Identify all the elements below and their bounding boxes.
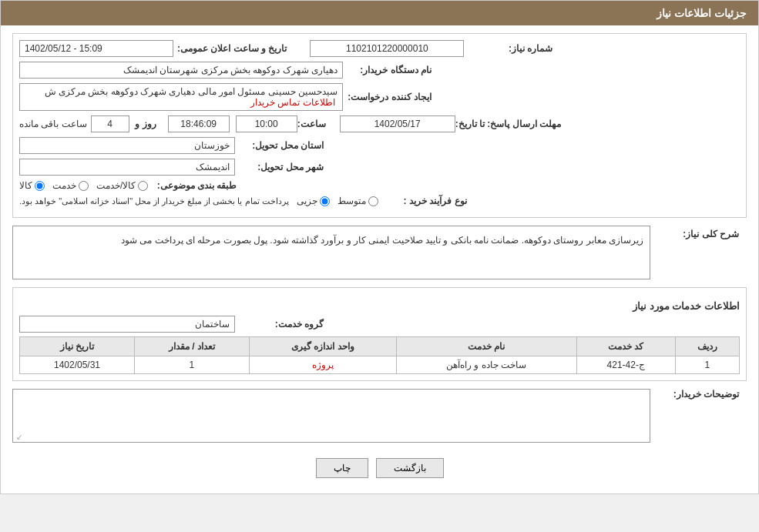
row-shomareNiaz: شماره نیاز: 1102101220000010 تاریخ و ساع…	[19, 40, 740, 57]
shomareNiaz-label: شماره نیاز:	[464, 43, 556, 54]
date1-value: 1402/05/17	[340, 115, 455, 132]
description-section: شرح کلی نیاز: زیرسازی معابر روستای دوکوه…	[12, 226, 747, 279]
radio-jozee-input[interactable]	[320, 196, 330, 206]
row-mohlatErsalPasokh: مهلت ارسال پاسخ: تا تاریخ: 1402/05/17 سا…	[19, 115, 740, 132]
taarikhoSaat-label: تاریخ و ساعت اعلان عمومی:	[177, 43, 287, 54]
row-ijadKonande: ایجاد کننده درخواست: سیدحسین حسینی مسئول…	[19, 83, 740, 111]
radio-motavasset: متوسط	[338, 196, 378, 206]
page-header: جزئیات اطلاعات نیاز	[1, 1, 758, 25]
khedmat-label: خدمت	[52, 180, 76, 191]
description-text: زیرسازی معابر روستای دوکوهه. ضمانت نامه …	[12, 226, 650, 279]
ijadKonande-value: سیدحسین حسینی مسئول امور مالی دهیاری شهر…	[19, 83, 343, 111]
kala-label: کالا	[19, 180, 32, 191]
table-cell: 1402/05/31	[20, 356, 135, 374]
motavasset-label: متوسط	[338, 196, 366, 206]
radio-khedmat: خدمت	[52, 180, 89, 191]
services-section: اطلاعات خدمات مورد نیاز گروه خدمت: ساختم…	[12, 287, 747, 381]
table-row: 1ج-42-421ساخت جاده و راه‌آهنپروژه11402/0…	[20, 356, 740, 374]
radio-motavasset-input[interactable]	[368, 196, 378, 206]
row-noeFarayand: نوع فرآیند خرید : متوسط جزیی پرداخت تمام…	[19, 196, 740, 206]
kala-khedmat-label: کالا/خدمت	[96, 180, 136, 191]
row-namDastgah: نام دستگاه خریدار: دهیاری شهرک دوکوهه بخ…	[19, 62, 740, 79]
jozee-label: جزیی	[297, 196, 317, 206]
rooz-value: 4	[91, 115, 129, 132]
groheKhedmat-label: گروه خدمت:	[235, 319, 327, 330]
col-vahed: واحد اندازه گیری	[249, 337, 396, 356]
col-tarikh: تاریخ نیاز	[20, 337, 135, 356]
ijadKonande-label: ایجاد کننده درخواست:	[343, 92, 435, 102]
radio-kala-khedmat: کالا/خدمت	[96, 180, 148, 191]
shahr-value: اندیمشک	[19, 159, 235, 176]
services-table: ردیف کد خدمت نام خدمت واحد اندازه گیری ت…	[19, 336, 740, 374]
col-kod: کد خدمت	[576, 337, 675, 356]
remaining-label: ساعت باقی مانده	[19, 119, 87, 129]
shomareNiaz-value: 1102101220000010	[310, 40, 464, 57]
print-button[interactable]: چاپ	[316, 458, 368, 478]
buttons-row: بازگشت چاپ	[12, 450, 747, 486]
radio-khedmat-input[interactable]	[79, 181, 89, 191]
mohlatErsalPasokh-label: مهلت ارسال پاسخ: تا تاریخ:	[455, 119, 565, 129]
main-form-section: شماره نیاز: 1102101220000010 تاریخ و ساع…	[12, 33, 747, 218]
table-cell: 1	[135, 356, 250, 374]
resize-handle[interactable]: ↙	[15, 433, 22, 440]
row-shahr: شهر محل تحویل: اندیمشک	[19, 159, 740, 176]
saat-label: ساعت:	[297, 119, 330, 129]
taarikhoSaat-value: 1402/05/12 - 15:09	[19, 40, 173, 57]
groheKhedmat-value: ساختمان	[19, 316, 235, 333]
namDastgah-value: دهیاری شهرک دوکوهه بخش مرکزی شهرستان اند…	[19, 62, 343, 79]
farayand-desc: پرداخت تمام یا بخشی از مبلغ خریدار از مح…	[19, 196, 289, 206]
col-radif: ردیف	[675, 337, 739, 356]
ijadKonande-link[interactable]: اطلاعات تماس خریدار	[250, 97, 335, 108]
buyer-notes-label: توضیحات خریدار:	[650, 389, 743, 400]
table-cell: ساخت جاده و راه‌آهن	[396, 356, 576, 374]
saat-value: 10:00	[236, 115, 297, 132]
namDastgah-label: نام دستگاه خریدار:	[343, 65, 435, 75]
tabaqeBandi-options: کالا/خدمت خدمت کالا	[19, 180, 148, 191]
table-cell: 1	[675, 356, 739, 374]
table-cell: ج-42-421	[576, 356, 675, 374]
buyer-notes-section: توضیحات خریدار: ↙	[12, 389, 747, 443]
farayand-options: متوسط جزیی	[297, 196, 378, 206]
radio-jozee: جزیی	[297, 196, 330, 206]
table-cell: پروژه	[249, 356, 396, 374]
row-tabaqeBandi: طبقه بندی موضوعی: کالا/خدمت خدمت کالا	[19, 180, 740, 191]
groheKhedmat-row: گروه خدمت: ساختمان	[19, 316, 740, 333]
remaining-time: 18:46:09	[168, 115, 230, 132]
tabaqeBandi-label: طبقه بندی موضوعی:	[148, 180, 240, 191]
shahr-label: شهر محل تحویل:	[235, 162, 327, 172]
services-title: اطلاعات خدمات مورد نیاز	[19, 300, 740, 312]
radio-kala-khedmat-input[interactable]	[138, 181, 148, 191]
description-label: شرح کلی نیاز:	[650, 226, 743, 239]
radio-kala-input[interactable]	[35, 181, 45, 191]
radio-kala: کالا	[19, 180, 45, 191]
noeFarayand-label: نوع فرآیند خرید :	[378, 196, 471, 206]
ostan-label: استان محل تحویل:	[235, 140, 327, 151]
row-ostan: استان محل تحویل: خوزستان	[19, 137, 740, 154]
col-nam: نام خدمت	[396, 337, 576, 356]
rooz-label: روز و	[129, 119, 160, 129]
col-tedad: تعداد / مقدار	[135, 337, 250, 356]
buyer-notes-area: ↙	[12, 389, 650, 443]
ostan-value: خوزستان	[19, 137, 235, 154]
back-button[interactable]: بازگشت	[376, 458, 444, 478]
